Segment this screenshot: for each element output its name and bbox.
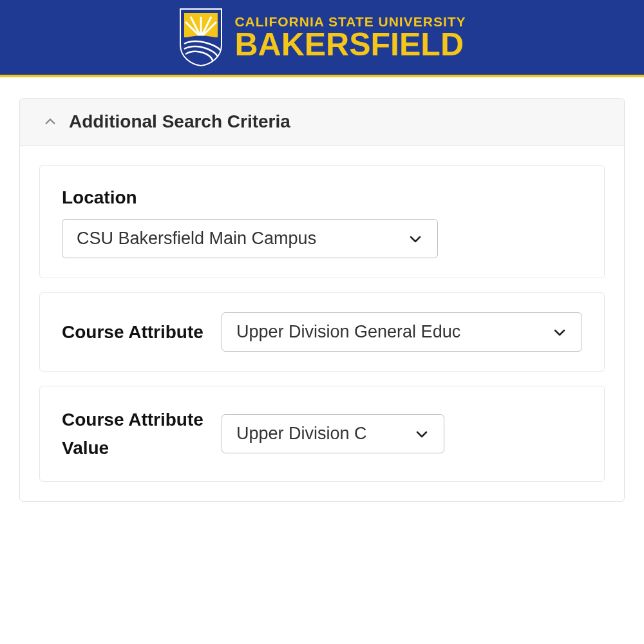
location-select-value: CSU Bakersfield Main Campus [77, 229, 316, 249]
chevron-down-icon [414, 426, 430, 442]
additional-search-criteria-panel: Additional Search Criteria Location CSU … [19, 98, 625, 502]
panel-title: Additional Search Criteria [69, 111, 290, 132]
chevron-down-icon [552, 325, 567, 340]
chevron-up-icon [43, 115, 57, 129]
university-banner: CALIFORNIA STATE UNIVERSITY BAKERSFIELD [0, 0, 644, 77]
course-attribute-select-value: Upper Division General Educ [236, 322, 460, 342]
panel-body: Location CSU Bakersfield Main Campus Cou… [20, 146, 624, 501]
chevron-down-icon [408, 231, 423, 247]
university-name: BAKERSFIELD [234, 28, 466, 61]
location-label: Location [62, 185, 582, 210]
course-attribute-value-select-value: Upper Division C [236, 424, 367, 444]
location-select[interactable]: CSU Bakersfield Main Campus [62, 219, 438, 258]
course-attribute-label: Course Attribute [62, 318, 204, 346]
course-attribute-value-label: Course Attribute Value [62, 406, 204, 462]
university-logo-text: CALIFORNIA STATE UNIVERSITY BAKERSFIELD [234, 15, 466, 61]
course-attribute-value-select[interactable]: Upper Division C [222, 414, 444, 453]
panel-header[interactable]: Additional Search Criteria [20, 99, 624, 146]
course-attribute-field-card: Course Attribute Upper Division General … [39, 292, 605, 372]
course-attribute-select[interactable]: Upper Division General Educ [222, 312, 582, 352]
university-shield-logo-icon [178, 8, 224, 67]
course-attribute-value-field-card: Course Attribute Value Upper Division C [39, 386, 605, 482]
location-field-card: Location CSU Bakersfield Main Campus [39, 165, 605, 278]
